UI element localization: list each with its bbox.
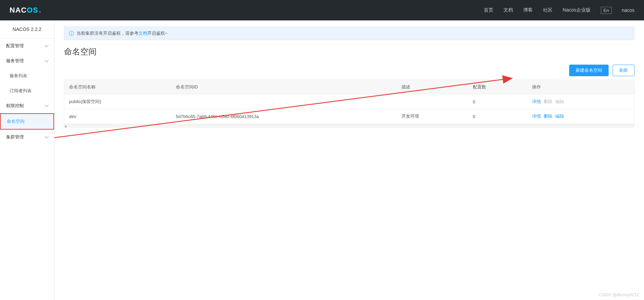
logo-text-1: NAC <box>10 6 27 14</box>
action-delete: 删除 <box>544 99 552 104</box>
menu-cluster-mgmt[interactable]: 集群管理 <box>0 130 54 145</box>
cell-desc: 开发环境 <box>397 109 468 124</box>
menu-label: 配置管理 <box>6 43 24 49</box>
th-name: 命名空间名称 <box>64 80 171 95</box>
watermark: CSDN @Bunny0212 <box>599 292 639 297</box>
menu-permission[interactable]: 权限控制 <box>0 98 54 113</box>
menu-label: 权限控制 <box>6 103 24 109</box>
page-title: 命名空间 <box>64 46 634 57</box>
action-delete[interactable]: 删除 <box>544 114 552 119</box>
action-edit: 编辑 <box>555 99 564 104</box>
sidebar-title: NACOS 2.2.2 <box>0 20 54 38</box>
logo-dot: . <box>39 6 41 15</box>
menu-config-mgmt[interactable]: 配置管理 <box>0 38 54 53</box>
th-config-count: 配置数 <box>468 80 528 95</box>
action-detail[interactable]: 详情 <box>532 114 541 119</box>
menu-service-mgmt[interactable]: 服务管理 <box>0 53 54 68</box>
action-detail[interactable]: 详情 <box>532 99 541 104</box>
scroll-bar[interactable] <box>64 124 634 128</box>
namespace-table: 命名空间名称 命名空间ID 描述 配置数 操作 public(保留空间)0详情删… <box>64 80 634 124</box>
chevron-down-icon <box>45 134 48 138</box>
alert-text-1: 当前集群没有开启鉴权，请参考 <box>77 31 138 36</box>
menu-label: 订阅者列表 <box>10 88 32 94</box>
menu-label: 命名空间 <box>7 118 24 124</box>
auth-alert: i 当前集群没有开启鉴权，请参考文档开启鉴权~ <box>64 27 634 40</box>
app-header: NACOS . 首页 文档 博客 社区 Nacos企业版 En nacos <box>0 0 644 20</box>
menu-label: 集群管理 <box>6 134 24 140</box>
logo[interactable]: NACOS . <box>10 6 41 15</box>
th-action: 操作 <box>527 80 634 95</box>
table-row: dev5d7b6c65-7ab8-440e-b580-6f060d13913a开… <box>64 109 634 124</box>
cell-id: 5d7b6c65-7ab8-440e-b580-6f060d13913a <box>171 109 397 124</box>
cell-config-count: 0 <box>468 95 528 109</box>
nav-community[interactable]: 社区 <box>543 7 552 13</box>
cell-name: public(保留空间) <box>64 95 171 109</box>
cell-desc <box>397 95 468 109</box>
table-row: public(保留空间)0详情删除编辑 <box>64 95 634 109</box>
nav-enterprise[interactable]: Nacos企业版 <box>563 7 591 13</box>
th-id: 命名空间ID <box>171 80 397 95</box>
chevron-down-icon <box>45 43 48 47</box>
menu-namespace[interactable]: 命名空间 <box>0 113 54 130</box>
cell-actions: 详情删除编辑 <box>527 95 634 109</box>
chevron-down-icon <box>45 103 48 107</box>
scroll-left-icon <box>65 125 66 128</box>
alert-text-2: 开启鉴权~ <box>147 31 168 36</box>
user-menu[interactable]: nacos <box>622 7 634 13</box>
logo-text-2: OS <box>27 6 38 14</box>
th-desc: 描述 <box>397 80 468 95</box>
sidebar: NACOS 2.2.2 配置管理 服务管理 服务列表 订阅者列表 权限控制 命名… <box>0 20 54 300</box>
content-area: i 当前集群没有开启鉴权，请参考文档开启鉴权~ 命名空间 新建命名空间 刷新 命… <box>54 20 644 300</box>
menu-label: 服务管理 <box>6 58 24 64</box>
refresh-button[interactable]: 刷新 <box>613 65 634 76</box>
info-icon: i <box>69 31 74 36</box>
cell-id <box>171 95 397 109</box>
cell-name: dev <box>64 109 171 124</box>
lang-switch[interactable]: En <box>601 7 612 14</box>
menu-subscriber-list[interactable]: 订阅者列表 <box>0 83 54 98</box>
cell-config-count: 0 <box>468 109 528 124</box>
nav-home[interactable]: 首页 <box>484 7 493 13</box>
alert-link[interactable]: 文档 <box>138 31 147 36</box>
menu-service-list[interactable]: 服务列表 <box>0 68 54 83</box>
nav-blog[interactable]: 博客 <box>523 7 533 13</box>
toolbar: 新建命名空间 刷新 <box>64 65 634 76</box>
action-edit[interactable]: 编辑 <box>555 114 564 119</box>
nav-docs[interactable]: 文档 <box>503 7 513 13</box>
new-namespace-button[interactable]: 新建命名空间 <box>569 65 609 76</box>
menu-label: 服务列表 <box>10 73 27 79</box>
chevron-down-icon <box>45 58 48 62</box>
cell-actions: 详情删除编辑 <box>527 109 634 124</box>
header-nav: 首页 文档 博客 社区 Nacos企业版 En nacos <box>484 7 634 14</box>
